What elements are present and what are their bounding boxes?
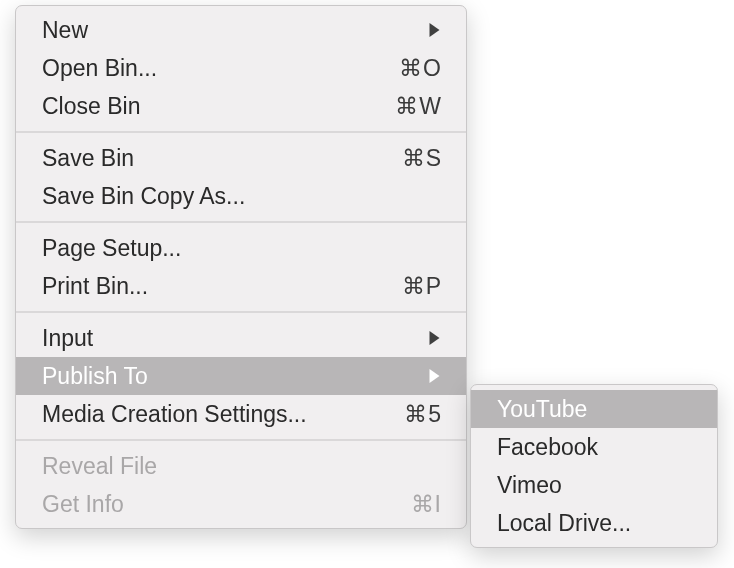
svg-marker-0: [430, 23, 440, 37]
menu-item-shortcut: ⌘I: [372, 488, 442, 520]
submenu-item-facebook[interactable]: Facebook: [471, 428, 717, 466]
menu-item-media-creation-settings[interactable]: Media Creation Settings...⌘5: [16, 395, 466, 433]
submenu-arrow-icon: [429, 331, 442, 345]
menu-item-label: Page Setup...: [42, 232, 372, 264]
menu-item-label: Input: [42, 322, 429, 354]
menu-item-label: Get Info: [42, 488, 372, 520]
menu-item-shortcut: ⌘W: [372, 90, 442, 122]
menu-item-label: Local Drive...: [497, 507, 693, 539]
svg-marker-1: [430, 331, 440, 345]
submenu-item-local-drive[interactable]: Local Drive...: [471, 504, 717, 542]
sub-menu-publish-to: YouTubeFacebookVimeoLocal Drive...: [470, 384, 718, 548]
menu-item-label: Publish To: [42, 360, 429, 392]
menu-separator: [16, 131, 466, 133]
menu-item-open-bin[interactable]: Open Bin...⌘O: [16, 49, 466, 87]
menu-item-reveal-file: Reveal File: [16, 447, 466, 485]
menu-item-shortcut: ⌘5: [372, 398, 442, 430]
submenu-item-vimeo[interactable]: Vimeo: [471, 466, 717, 504]
menu-item-save-bin[interactable]: Save Bin⌘S: [16, 139, 466, 177]
menu-item-shortcut: ⌘O: [372, 52, 442, 84]
menu-item-label: Save Bin Copy As...: [42, 180, 372, 212]
menu-item-label: YouTube: [497, 393, 693, 425]
menu-item-input[interactable]: Input: [16, 319, 466, 357]
menu-item-shortcut: ⌘P: [372, 270, 442, 302]
submenu-arrow-icon: [429, 369, 442, 383]
menu-item-close-bin[interactable]: Close Bin⌘W: [16, 87, 466, 125]
menu-separator: [16, 221, 466, 223]
menu-item-new[interactable]: New: [16, 11, 466, 49]
menu-item-get-info: Get Info⌘I: [16, 485, 466, 523]
menu-item-label: Media Creation Settings...: [42, 398, 372, 430]
menu-separator: [16, 311, 466, 313]
submenu-arrow-icon: [429, 23, 442, 37]
menu-item-page-setup[interactable]: Page Setup...: [16, 229, 466, 267]
menu-item-print-bin[interactable]: Print Bin...⌘P: [16, 267, 466, 305]
menu-separator: [16, 439, 466, 441]
menu-item-publish-to[interactable]: Publish To: [16, 357, 466, 395]
submenu-item-youtube[interactable]: YouTube: [471, 390, 717, 428]
main-menu: NewOpen Bin...⌘OClose Bin⌘WSave Bin⌘SSav…: [15, 5, 467, 529]
menu-item-label: Save Bin: [42, 142, 372, 174]
menu-item-label: New: [42, 14, 429, 46]
menu-item-label: Facebook: [497, 431, 693, 463]
menu-item-label: Print Bin...: [42, 270, 372, 302]
menu-item-shortcut: ⌘S: [372, 142, 442, 174]
menu-item-save-bin-copy-as[interactable]: Save Bin Copy As...: [16, 177, 466, 215]
menu-item-label: Reveal File: [42, 450, 372, 482]
menu-item-label: Open Bin...: [42, 52, 372, 84]
menu-item-label: Close Bin: [42, 90, 372, 122]
svg-marker-2: [430, 369, 440, 383]
menu-item-label: Vimeo: [497, 469, 693, 501]
